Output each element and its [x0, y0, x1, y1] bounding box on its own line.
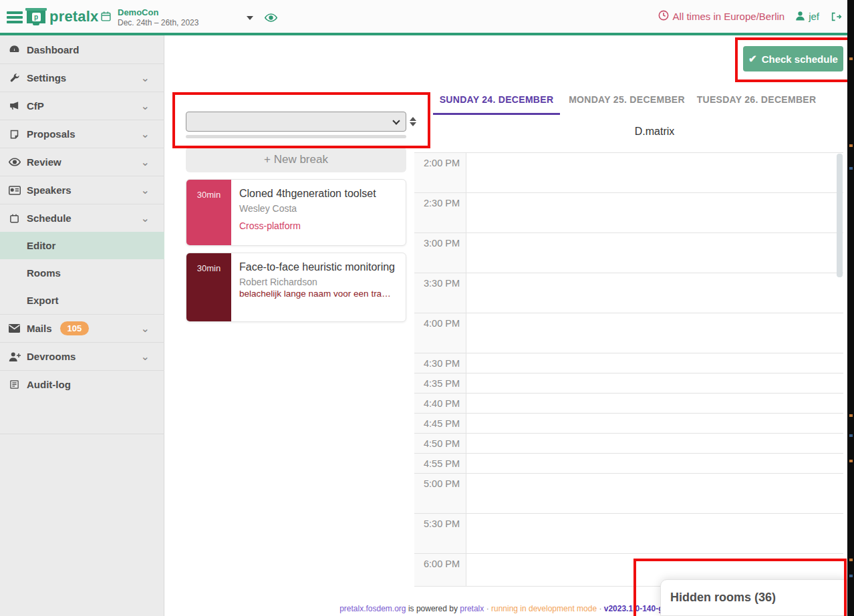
sidebar-item-devrooms[interactable]: Devrooms ⌄ [0, 342, 164, 370]
tab-day-sunday[interactable]: SUNDAY 24. DECEMBER [433, 90, 560, 115]
chevron-down-icon [392, 117, 400, 124]
sidebar-item-dashboard[interactable]: Dashboard [0, 35, 164, 63]
session-speaker: Wesley Costa [239, 203, 398, 214]
sidebar-item-review[interactable]: Review ⌄ [0, 148, 164, 176]
chevron-down-icon: ⌄ [141, 156, 150, 168]
time-slot-row: 5:00 PM [414, 473, 843, 513]
tab-day-monday[interactable]: MONDAY 25. DECEMBER [567, 90, 687, 115]
user-plus-icon [8, 351, 21, 361]
time-slot-row: 4:45 PM [414, 413, 843, 433]
id-card-icon [8, 186, 21, 195]
sidebar-item-schedule-editor[interactable]: Editor [0, 232, 164, 259]
time-slot-row: 4:50 PM [414, 433, 843, 453]
time-slot-row: 4:00 PM [414, 313, 843, 353]
footer-dev-mode: running in development mode [491, 604, 597, 613]
timezone-label: All times in Europe/Berlin [673, 11, 785, 22]
time-slot-row: 4:55 PM [414, 453, 843, 473]
sidebar-item-proposals[interactable]: Proposals ⌄ [0, 120, 164, 148]
session-speaker: Robert Richardson [239, 277, 398, 287]
sort-toggle-icon[interactable] [408, 115, 418, 128]
session-title: Cloned 4thgeneration toolset [239, 186, 398, 201]
sidebar-nav: Dashboard Settings ⌄ CfP ⌄ Proposals ⌄ R… [0, 35, 164, 616]
calendar-icon [8, 213, 21, 224]
sidebar-divider [0, 434, 164, 434]
schedule-grid[interactable]: 2:00 PM 2:30 PM 3:00 PM 3:30 PM 4:00 PM … [414, 152, 843, 587]
hidden-rooms-label: Hidden rooms (36) [670, 591, 776, 605]
chevron-down-icon: ⌄ [141, 322, 150, 335]
sidebar-item-settings[interactable]: Settings ⌄ [0, 63, 164, 92]
time-slot-row: 4:35 PM [414, 373, 843, 393]
session-card-face-to-face-heuristic-monitoring[interactable]: 30min Face-to-face heuristic monitoring … [186, 253, 406, 322]
chevron-down-icon: ⌄ [141, 184, 150, 196]
hidden-rooms-panel[interactable]: Hidden rooms (36) [660, 579, 847, 616]
sidebar-item-cfp[interactable]: CfP ⌄ [0, 92, 164, 120]
time-slot-row: 3:00 PM [414, 233, 843, 273]
chevron-down-icon: ⌄ [141, 128, 150, 140]
footer-site-link[interactable]: pretalx.fosdem.org [339, 604, 406, 613]
time-slot-row: 4:40 PM [414, 393, 843, 413]
event-switcher-caret-icon[interactable] [247, 16, 253, 20]
sidebar-item-schedule-rooms[interactable]: Rooms [0, 259, 164, 287]
check-icon: ✔ [748, 53, 757, 65]
tab-day-tuesday[interactable]: TUESDAY 26. DECEMBER [692, 90, 821, 115]
note-icon [8, 129, 21, 140]
sidebar-item-schedule[interactable]: Schedule ⌄ [0, 204, 164, 232]
sidebar-item-speakers[interactable]: Speakers ⌄ [0, 176, 164, 204]
horizontal-scrollbar-track[interactable] [186, 135, 406, 138]
session-track: belachelijk lange naam voor een tra… [239, 289, 398, 299]
session-duration: 30min [186, 180, 231, 245]
chevron-down-icon: ⌄ [141, 350, 150, 363]
wrench-icon [8, 73, 21, 84]
chevron-down-icon: ⌄ [141, 212, 150, 224]
sidebar-item-schedule-export[interactable]: Export [0, 287, 164, 314]
sidebar-item-mails[interactable]: Mails 105 ⌄ [0, 314, 164, 342]
pretalx-logo-icon[interactable]: p [27, 8, 45, 26]
calendar-icon [100, 11, 112, 25]
chevron-down-icon: ⌄ [141, 100, 150, 112]
timezone-indicator: All times in Europe/Berlin [658, 10, 785, 23]
time-slot-row: 3:30 PM [414, 273, 843, 313]
room-column-header: D.matrix [466, 126, 843, 138]
time-slot-row: 5:30 PM [414, 513, 843, 553]
event-dates: Dec. 24th – 26th, 2023 [118, 18, 198, 27]
event-name[interactable]: DemoCon [118, 7, 158, 17]
brand-wordmark[interactable]: pretalx [49, 8, 99, 25]
footer-pretalx-link[interactable]: pretalx [460, 604, 484, 613]
filter-dropdown-select[interactable] [186, 112, 406, 132]
list-icon [8, 379, 21, 390]
top-header: p pretalx DemoCon Dec. 24th – 26th, 2023… [0, 0, 854, 35]
mails-count-badge: 105 [60, 321, 90, 335]
megaphone-icon [8, 100, 21, 112]
user-icon [795, 11, 805, 23]
session-title: Face-to-face heuristic monitoring [239, 259, 398, 275]
vertical-scrollbar-thumb[interactable] [837, 154, 843, 277]
gauge-icon [8, 44, 21, 55]
sidebar-item-audit-log[interactable]: Audit-log [0, 370, 164, 398]
check-schedule-button[interactable]: ✔ Check schedule [743, 46, 843, 71]
view-event-eye-icon[interactable] [265, 13, 277, 25]
screen-edge-artifact [847, 0, 854, 616]
time-slot-row: 4:30 PM [414, 353, 843, 373]
new-break-button[interactable]: + New break [186, 147, 406, 172]
session-track: Cross-platform [239, 220, 398, 231]
session-duration: 30min [186, 253, 231, 321]
eye-icon [8, 158, 21, 166]
user-menu[interactable]: jef [795, 11, 819, 23]
session-card-cloned-4thgeneration-toolset[interactable]: 30min Cloned 4thgeneration toolset Wesle… [186, 179, 406, 246]
username: jef [809, 11, 819, 22]
time-slot-row: 2:30 PM [414, 192, 843, 233]
logout-icon[interactable] [830, 11, 842, 22]
chevron-down-icon: ⌄ [141, 71, 150, 84]
time-slot-row: 2:00 PM [414, 152, 843, 192]
envelope-icon [8, 324, 21, 333]
hamburger-menu-icon[interactable] [7, 11, 23, 23]
clock-icon [658, 10, 669, 23]
